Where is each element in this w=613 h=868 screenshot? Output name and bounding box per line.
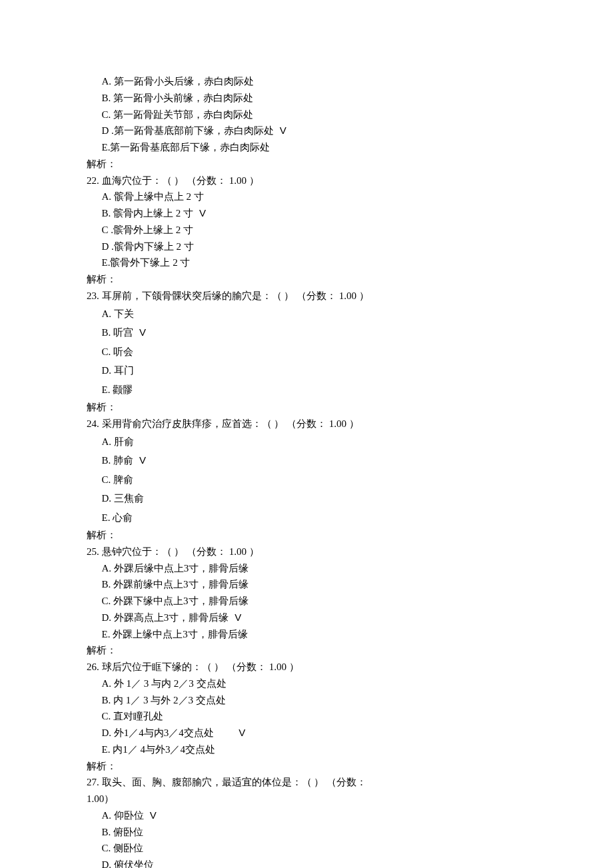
analysis-label: 解析： — [87, 642, 526, 659]
question-stem: 24. 采用背俞穴治疗皮肤痒疹，应首选：（ ） （分数： 1.00 ） — [87, 416, 526, 432]
question-stem: 25. 悬钟穴位于：（ ） （分数： 1.00 ） — [87, 544, 526, 560]
question-option: A. 下关 — [87, 304, 526, 324]
question-option: E. 外踝上缘中点上3寸，腓骨后缘 — [87, 626, 526, 643]
question-option: C. 脾俞 — [87, 470, 526, 490]
question-option: A. 髌骨上缘中点上 2 寸 — [87, 189, 526, 205]
question-option: D .髌骨内下缘上 2 寸 — [87, 238, 526, 255]
question-option: D. 外1／4与内3／4交点处V — [87, 725, 526, 741]
question-option: E. 颧髎 — [87, 380, 526, 400]
question-option: C .髌骨外上缘上 2 寸 — [87, 222, 526, 238]
correct-mark-icon: V — [139, 323, 146, 342]
question-option: C. 直对瞳孔处 — [87, 708, 526, 725]
analysis-label: 解析： — [87, 758, 526, 775]
question-option: A. 外 1／ 3 与内 2／3 交点处 — [87, 675, 526, 692]
question-option: C. 听会 — [87, 342, 526, 362]
question-option: B. 内 1／ 3 与外 2／3 交点处 — [87, 692, 526, 709]
analysis-label: 解析： — [87, 399, 526, 416]
question-option: C. 外踝下缘中点上3寸，腓骨后缘 — [87, 593, 526, 610]
question-option: B. 听宫V — [87, 323, 526, 342]
correct-mark-icon: V — [150, 807, 157, 824]
analysis-label: 解析： — [87, 156, 526, 173]
question-option: A. 第一跖骨小头后缘，赤白肉际处 — [87, 73, 526, 90]
question-option: D. 外踝高点上3寸，腓骨后缘V — [87, 610, 526, 626]
correct-mark-icon: V — [235, 610, 241, 626]
analysis-label: 解析： — [87, 527, 526, 544]
question-option: C. 侧卧位 — [87, 840, 526, 857]
correct-mark-icon: V — [239, 725, 245, 741]
question-option: B. 肺俞V — [87, 451, 526, 470]
question-stem: 22. 血海穴位于：（ ） （分数： 1.00 ） — [87, 173, 526, 189]
analysis-label: 解析： — [87, 271, 526, 288]
question-option: A. 外踝后缘中点上3寸，腓骨后缘 — [87, 560, 526, 577]
question-stem: 26. 球后穴位于眶下缘的：（ ） （分数： 1.00 ） — [87, 659, 526, 675]
correct-mark-icon: V — [199, 205, 206, 222]
question-option: E. 心俞 — [87, 508, 526, 528]
question-option: D .第一跖骨基底部前下缘，赤白肉际处V — [87, 123, 526, 139]
question-stem: 27. 取头、面、胸、腹部腧穴，最适宜的体位是：（ ） （分数： — [87, 774, 526, 791]
correct-mark-icon: V — [139, 451, 146, 470]
correct-mark-icon: V — [280, 123, 287, 139]
question-option: D. 俯伏坐位 — [87, 857, 526, 868]
question-option: B. 俯卧位 — [87, 824, 526, 841]
question-option: C. 第一跖骨趾关节部，赤白肉际处 — [87, 107, 526, 123]
question-option: E.髌骨外下缘上 2 寸 — [87, 254, 526, 271]
question-option: D. 耳门 — [87, 361, 526, 380]
question-option: E.第一跖骨基底部后下缘，赤白肉际处 — [87, 139, 526, 156]
question-stem: 1.00） — [87, 791, 526, 807]
question-option: E. 内1／ 4与外3／4交点处 — [87, 741, 526, 758]
question-option: B. 髌骨内上缘上 2 寸V — [87, 205, 526, 222]
question-option: D. 三焦俞 — [87, 489, 526, 508]
question-stem: 23. 耳屏前，下颌骨髁状突后缘的腧穴是：（ ） （分数： 1.00 ） — [87, 288, 526, 304]
question-option: A. 肝俞 — [87, 432, 526, 452]
question-option: B. 第一跖骨小头前缘，赤白肉际处 — [87, 90, 526, 107]
question-option: A. 仰卧位V — [87, 807, 526, 824]
question-option: B. 外踝前缘中点上3寸，腓骨后缘 — [87, 576, 526, 593]
